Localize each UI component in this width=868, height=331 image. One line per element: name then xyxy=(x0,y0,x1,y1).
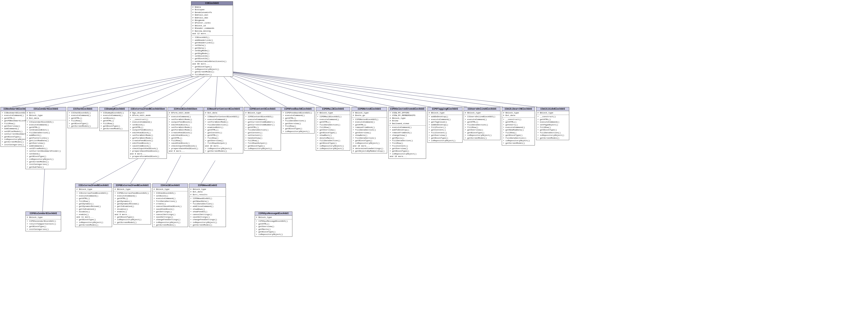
box-IIPDNotesBlockGUI: IIPDNotesBlockGUI # $block_type # $note_… xyxy=(351,107,387,153)
fields-IIPDNewsBloGUI: # $block_type # $st_data # $src_results xyxy=(189,187,226,197)
fields-IIHtmlBlockGUI: # $block_type xyxy=(153,187,188,191)
svg-line-16 xyxy=(93,155,144,183)
box-IIWikiSideBlockGUI: IIWikiSideBlockGUI # $block_type + __con… xyxy=(536,107,569,140)
box-IIUsersOnlineBlockGUI: IIUsersOnlineBlockGUI # $block_type + II… xyxy=(464,107,500,140)
header-IIExternalFeedBlockGUIGen: IIExternalFeedBlockGUIGen xyxy=(129,107,166,111)
fields-IIPDContentBlockGUI: # $block_type xyxy=(244,111,281,115)
fields-IIPDSelectedItemsBlockGUI: + VIEW_MY_OFFERS + VIEW_MY_MEMBERSHIPS #… xyxy=(389,111,426,126)
box-IIHtmlBlockGUIGen: IIHtmlBlockGUIGen # $form_edit_mode + ex… xyxy=(167,107,203,153)
methods-IIUsersOnlineBlockGUI: + IIUsersOnlineBlockGUI() + executeComma… xyxy=(464,115,500,140)
fields-IICalendarBlockGUI: # $ctrl # $block_type # $st_data xyxy=(26,111,66,120)
svg-line-11 xyxy=(224,71,394,107)
methods-IIPDFeedbackBlockGUI: + IIPDFeedbackBlockGUI() + executeComman… xyxy=(282,111,314,133)
connections-svg xyxy=(0,0,868,331)
box-IIHtmlBlockGUI: IIHtmlBlockGUI # $block_type + IIHtmlBlo… xyxy=(152,183,188,227)
methods-IINewsForContextBlockGUI: + IINewsForContextBlockGUI() + executeCo… xyxy=(204,115,243,153)
box-IIPDSysMessageBlockGUI: IIPDSysMessageBlockGUI # $block_type + I… xyxy=(255,211,292,237)
box-IIDummyBlockGUI: IIDummyBlockGUI + IIDummyBlockGUI() + ex… xyxy=(99,107,130,131)
svg-line-10 xyxy=(223,71,357,107)
fields-IIPDMailBlockGUI: # $block_type xyxy=(316,111,350,115)
header-IIWikiSearchBlockGUI: IIWikiSearchBlockGUI xyxy=(502,107,535,111)
header-IIPDSelectedItemsBlockGUI: IIPDSelectedItemsBlockGUI xyxy=(389,107,426,111)
methods-IIHtmlBlockGUIGen: + executeCommand() + setFormEditMode() +… xyxy=(168,115,203,153)
fields-IIPDExternalFeedBlockGUI: # $block_type xyxy=(114,187,151,191)
header-IIHtmlBlockGUI: IIHtmlBlockGUI xyxy=(153,184,188,187)
svg-line-9 xyxy=(222,71,321,107)
box-IIPDFeedbackBlockGUI: IIPDFeedbackBlockGUI + IIPDFeedbackBlock… xyxy=(281,107,314,133)
header-IIPDTaggingBlockGUI: IIPDTaggingBlockGUI xyxy=(428,107,462,111)
box-IIChatBlockGUI: IIChatBlockGUI + IIChatBlockGUI() + exec… xyxy=(67,107,98,128)
methods-IIBlockGUI: + IIBlockGUI() + addHeaderLink() + getHe… xyxy=(191,36,233,77)
box-IIPDMailBlockGUI: IIPDMailBlockGUI # $block_type + IIPDMai… xyxy=(316,107,350,151)
methods-IIHtmlBlockGUI: + IIHtmlBlockGUI() + setBlock() + execut… xyxy=(153,191,188,227)
box-IIPDTaggingBlockGUI: IIPDTaggingBlockGUI # $block_type + addD… xyxy=(427,107,463,143)
svg-line-15 xyxy=(229,71,537,107)
methods-IIExternalFeedBlockGUIGen: + __construct() + executeCommand() + set… xyxy=(129,118,166,158)
box-IIPDNewsBloGUI: IIPDNewsBloGUI # $block_type # $st_data … xyxy=(189,183,226,227)
fields-IIPDSysMessageBlockGUI: # $block_type xyxy=(255,216,292,219)
methods-IIExternalFeedBlockGUI: + IIExternalFeedBlockGUI() + executeComm… xyxy=(75,191,112,227)
methods-IIPDNewsBloGUI: + IIPDNewsBloGUI() + getNewsData() + fil… xyxy=(189,197,226,227)
box-IIExternalFeedBlockGUIGen: IIExternalFeedBlockGUIGen # $gu_object #… xyxy=(129,107,167,159)
header-IIPDNotesBlockGUI: IIPDNotesBlockGUI xyxy=(352,107,387,111)
box-IIBlockGUI: IIBlockGUI # $data # $colspan # $enablen… xyxy=(191,1,233,77)
methods-IIPDNotesBlockGUI: + IIPDNotesBlockGUI() + executeCommand()… xyxy=(352,118,387,153)
fields-IIUsersOnlineBlockGUI: # $block_type xyxy=(464,111,500,115)
fields-IIPDTaggingBlockGUI: # $block_type xyxy=(428,111,462,115)
box-IIExternalFeedBlockGUI: IIExternalFeedBlockGUI # $block_type + I… xyxy=(75,183,112,227)
methods-IIPDExternalFeedBlockGUI: + IIPDExternalFeedBlockGUI() + executeCo… xyxy=(114,191,151,224)
header-IICalendarBlockGUI: IICalendarBlockGUI xyxy=(26,107,66,111)
fields-IIExternalFeedBlockGUIGen: # $gu_object # $form_edit_mode xyxy=(129,111,166,118)
header-IIChatBlockGUI: IIChatBlockGUI xyxy=(68,107,98,111)
header-IIPDContentBlockGUI: IIPDContentBlockGUI xyxy=(244,107,281,111)
box-IICalendarBlockGUI: IICalendarBlockGUI # $ctrl # $block_type… xyxy=(26,107,66,169)
header-IIUsersOnlineBlockGUI: IIUsersOnlineBlockGUI xyxy=(464,107,500,111)
box-IIPDContentBlockGUI: IIPDContentBlockGUI # $block_type + IIPD… xyxy=(244,107,281,151)
methods-IIWikiSearchBlockGUI: + __construct() + getHTML() + getUsers()… xyxy=(502,118,535,145)
fields-IIBlockGUI: # $data # $colspan # $enablenuminfo # $d… xyxy=(191,5,233,36)
methods-IIDummyBlockGUI: + IIDummyBlockGUI() + executeCommand() +… xyxy=(100,111,130,131)
methods-IIPDCalendarBlockGUI: + IIPDCalendarBlockGUI() + returnToUpper… xyxy=(26,219,61,231)
svg-line-0 xyxy=(45,71,211,107)
fields-IINewsForContextBlockGUI: # $st_data xyxy=(204,111,243,115)
fields-IIExternalFeedBlockGUI: # $block_type xyxy=(75,187,112,191)
header-IIWikiSideBlockGUI: IIWikiSideBlockGUI xyxy=(536,107,569,111)
svg-line-1 xyxy=(12,71,209,107)
methods-IICalendarBlockGUI: + IICalendarBlockGUI() + executeCommand(… xyxy=(26,120,66,169)
fields-IIPDNotesBlockGUI: # $block_type # $note_gu xyxy=(352,111,387,118)
svg-line-14 xyxy=(228,71,503,107)
header-IIPDMailBlockGUI: IIPDMailBlockGUI xyxy=(316,107,350,111)
header-IIPDCalendarBlockGUI: IIPDCalendarBlockGUI xyxy=(26,212,61,216)
fields-IIWikiSearchBlockGUI: # $block_type # $st_data xyxy=(502,111,535,118)
header-IIPDExternalFeedBlockGUI: IIPDExternalFeedBlockGUI xyxy=(114,184,151,187)
methods-IIChatBlockGUI: + IIChatBlockGUI() + executeCommand() + … xyxy=(68,111,98,128)
methods-IIPDMailBlockGUI: + IIPDMailBlockGUI() + executeCommand() … xyxy=(316,115,350,150)
fields-IIHtmlBlockGUIGen: # $form_edit_mode xyxy=(168,111,203,115)
methods-IIPDContentBlockGUI: + IIPDContentBlockGUI() + executeCommand… xyxy=(244,115,281,150)
fields-IIPDCalendarBlockGUI: # $block_type xyxy=(26,216,61,219)
header-IIHtmlBlockGUIGen: IIHtmlBlockGUIGen xyxy=(168,107,203,111)
header-IIPDFeedbackBlockGUI: IIPDFeedbackBlockGUI xyxy=(282,107,314,111)
svg-line-18 xyxy=(166,155,181,183)
methods-IIPDSysMessageBlockGUI: + IIPDSysMessageBlockGUI() + getHTML() +… xyxy=(255,219,292,236)
methods-IIPDSelectedItemsBlockGUI: + executeCommand() + addToDesktop() + re… xyxy=(389,126,426,158)
svg-line-20 xyxy=(201,160,215,183)
header-IINewsForContextBlockGUI: IINewsForContextBlockGUI xyxy=(204,107,243,111)
header-IIDummyBlockGUI: IIDummyBlockGUI xyxy=(100,107,130,111)
box-IIPDExternalFeedBlockGUI: IIPDExternalFeedBlockGUI # $block_type +… xyxy=(113,183,151,224)
methods-IIPDTaggingBlockGUI: + addDoDesktop() + executeCommand() + ge… xyxy=(428,115,462,143)
header-IIExternalFeedBlockGUI: IIExternalFeedBlockGUI xyxy=(75,184,112,187)
svg-line-12 xyxy=(225,71,431,107)
svg-line-13 xyxy=(227,71,467,107)
box-IIWikiSearchBlockGUI: IIWikiSearchBlockGUI # $block_type # $st… xyxy=(502,107,535,146)
header-IIPDSysMessageBlockGUI: IIPDSysMessageBlockGUI xyxy=(255,212,292,216)
box-IIPDCalendarBlockGUI: IIPDCalendarBlockGUI # $block_type + IIP… xyxy=(26,211,61,231)
diagram-container: IIBlockGUI # $data # $colspan # $enablen… xyxy=(0,0,868,331)
methods-IIWikiSideBlockGUI: + __construct() + getHTML() + executeCom… xyxy=(536,115,569,140)
header-IIPDNewsBloGUI: IIPDNewsBloGUI xyxy=(189,184,226,187)
fields-IIWikiSideBlockGUI: # $block_type xyxy=(536,111,569,115)
box-IINewsForContextBlockGUI: IINewsForContextBlockGUI # $st_data + II… xyxy=(204,107,243,153)
box-IIPDSelectedItemsBlockGUI: IIPDSelectedItemsBlockGUI + VIEW_MY_OFFE… xyxy=(389,107,426,159)
svg-line-17 xyxy=(130,155,148,183)
header-IIBlockGUI: IIBlockGUI xyxy=(191,2,233,5)
